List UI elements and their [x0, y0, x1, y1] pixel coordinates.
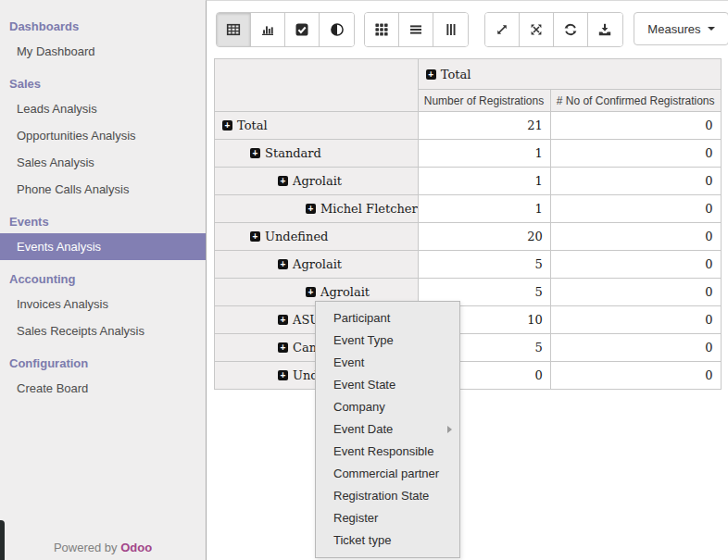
pivot-corner-cell — [215, 59, 419, 112]
powered-by-text: Powered by — [54, 541, 118, 554]
pivot-view-button[interactable] — [217, 13, 251, 46]
expand-plus-icon[interactable]: + — [426, 69, 436, 80]
expand-plus-icon[interactable]: + — [306, 287, 316, 297]
menu-item-registration-state[interactable]: Registration State — [316, 485, 459, 507]
odoo-brand-link[interactable]: Odoo — [120, 541, 152, 554]
checkbox-icon — [295, 22, 309, 37]
menu-item-commercial-partner[interactable]: Commercial partner — [316, 463, 459, 485]
menu-item-ticket-type[interactable]: Ticket type — [316, 529, 459, 552]
contrast-view-button[interactable] — [320, 13, 354, 46]
refresh-button[interactable] — [554, 13, 588, 46]
contrast-icon — [330, 22, 345, 37]
expand-plus-icon[interactable]: + — [222, 120, 232, 131]
pivot-table-icon — [226, 22, 241, 37]
pivot-actions-group — [484, 12, 623, 47]
expand-button[interactable] — [485, 13, 520, 46]
table-row: +Agrolait 5 0 — [215, 279, 722, 306]
menu-item-company[interactable]: Company — [316, 396, 459, 418]
menu-item-participant[interactable]: Participant — [316, 307, 459, 330]
sidebar-item-create-board[interactable]: Create Board — [0, 375, 206, 402]
table-row: +Total 21 0 — [215, 112, 722, 140]
sidebar-section-dashboards: Dashboards My Dashboard — [0, 11, 206, 65]
value-cell: 1 — [418, 168, 550, 195]
menu-item-event-date[interactable]: Event Date — [316, 418, 459, 441]
pivot-toolbar: Measures — [216, 12, 728, 47]
expand-plus-icon[interactable]: + — [306, 204, 316, 214]
value-cell: 1 — [418, 140, 550, 168]
row-header-michel-fletcher[interactable]: +Michel Fletcher — [215, 195, 419, 223]
checkbox-view-button[interactable] — [285, 13, 320, 46]
sidebar-item-leads-analysis[interactable]: Leads Analysis — [0, 95, 206, 122]
groupby-dropdown-menu: Participant Event Type Event Event State… — [315, 301, 460, 558]
sidebar-section-title: Accounting — [0, 264, 206, 291]
value-cell: 21 — [418, 112, 550, 140]
pivot-table: +Total Number of Registrations # No of C… — [214, 58, 722, 390]
refresh-icon — [563, 22, 578, 37]
sidebar-item-sales-receipts-analysis[interactable]: Sales Receipts Analysis — [0, 317, 206, 344]
table-row: +Cam 5 0 — [215, 334, 722, 362]
sidebar-item-sales-analysis[interactable]: Sales Analysis — [0, 149, 206, 176]
expand-plus-icon[interactable]: + — [278, 176, 288, 186]
powered-by-footer: Powered by Odoo — [0, 541, 206, 554]
value-cell: 0 — [550, 140, 721, 168]
main-content: Measures +Total Number of Registrations … — [206, 0, 728, 560]
arrows-out-button[interactable] — [520, 13, 554, 46]
sidebar-item-my-dashboard[interactable]: My Dashboard — [0, 38, 206, 65]
menu-item-event[interactable]: Event — [316, 352, 459, 374]
offscreen-panel-edge — [0, 520, 5, 560]
value-cell: 0 — [550, 362, 721, 390]
sidebar-section-configuration: Configuration Create Board — [0, 348, 206, 402]
expand-plus-icon[interactable]: + — [250, 231, 260, 242]
value-cell: 0 — [550, 195, 721, 223]
expand-plus-icon[interactable]: + — [278, 370, 288, 380]
value-cell: 0 — [550, 251, 721, 279]
grid-button[interactable] — [365, 13, 399, 46]
sidebar-item-phone-calls-analysis[interactable]: Phone Calls Analysis — [0, 176, 206, 203]
value-cell: 0 — [550, 306, 721, 334]
measure-header: Number of Registrations — [418, 90, 550, 112]
view-switcher-group — [216, 12, 355, 47]
value-cell: 0 — [550, 112, 721, 140]
pivot-col-group-header[interactable]: +Total — [418, 59, 721, 90]
expand-plus-icon[interactable]: + — [278, 342, 288, 353]
sidebar-section-title: Events — [0, 206, 206, 233]
sidebar: Dashboards My Dashboard Sales Leads Anal… — [0, 0, 206, 560]
sidebar-section-title: Sales — [0, 68, 206, 95]
menu-item-register[interactable]: Register — [316, 507, 459, 529]
expand-plus-icon[interactable]: + — [250, 148, 260, 158]
value-cell: 0 — [550, 279, 721, 306]
table-row: +Undefined 20 0 — [215, 223, 722, 251]
row-header-total[interactable]: +Total — [215, 112, 419, 140]
value-cell: 0 — [550, 334, 721, 362]
row-header-undefined[interactable]: +Undefined — [215, 223, 419, 251]
rows-button[interactable] — [399, 13, 433, 46]
grid-icon — [374, 22, 389, 37]
row-header-standard[interactable]: +Standard — [215, 140, 419, 168]
expand-plus-icon[interactable]: + — [278, 259, 288, 269]
row-header-agrolait[interactable]: +Agrolait — [215, 168, 419, 195]
sidebar-section-events: Events Events Analysis — [0, 206, 206, 260]
sidebar-item-events-analysis[interactable]: Events Analysis — [0, 233, 206, 260]
download-icon — [597, 22, 612, 37]
submenu-arrow-icon — [447, 426, 452, 433]
sidebar-item-opportunities-analysis[interactable]: Opportunities Analysis — [0, 122, 206, 149]
table-row: +Agrolait 5 0 — [215, 251, 722, 279]
sidebar-item-invoices-analysis[interactable]: Invoices Analysis — [0, 291, 206, 317]
value-cell: 0 — [550, 223, 721, 251]
download-button[interactable] — [588, 13, 622, 46]
measures-label: Measures — [647, 22, 700, 36]
columns-button[interactable] — [433, 13, 468, 46]
sidebar-section-sales: Sales Leads Analysis Opportunities Analy… — [0, 68, 206, 203]
menu-item-event-type[interactable]: Event Type — [316, 330, 459, 352]
measures-button[interactable]: Measures — [634, 12, 728, 45]
menu-item-event-responsible[interactable]: Event Responsible — [316, 441, 459, 463]
value-cell: 1 — [418, 195, 550, 223]
menu-item-event-state[interactable]: Event State — [316, 374, 459, 396]
bar-chart-icon — [260, 22, 275, 37]
expand-plus-icon[interactable]: + — [278, 315, 288, 325]
table-row: +Michel Fletcher 1 0 — [215, 195, 722, 223]
row-header-agrolait[interactable]: +Agrolait — [215, 251, 419, 279]
bar-chart-view-button[interactable] — [251, 13, 285, 46]
rows-icon — [408, 22, 423, 37]
value-cell: 5 — [418, 251, 550, 279]
